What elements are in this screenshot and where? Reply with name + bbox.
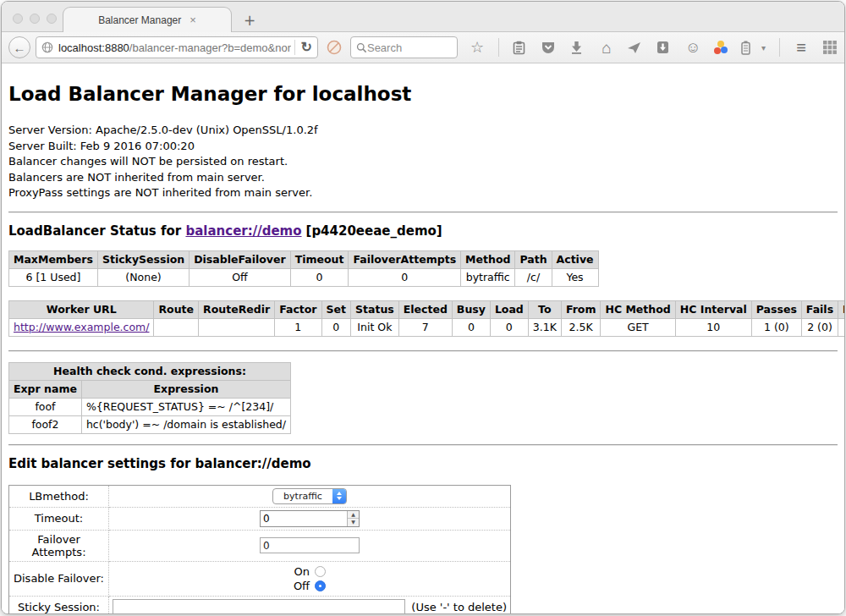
- search-bar[interactable]: [350, 36, 458, 58]
- reload-icon[interactable]: ↻: [301, 41, 312, 54]
- divider: [8, 212, 838, 213]
- smiley-icon[interactable]: ☺: [685, 40, 700, 55]
- table-row: 6 [1 Used](None)Off00bytraffic/c/Yes: [9, 268, 599, 286]
- column-header: StickySession: [97, 250, 189, 268]
- info-line: Server Built: Feb 9 2016 07:00:20: [8, 139, 838, 155]
- table-cell: [154, 318, 199, 336]
- table-cell: foof2: [9, 415, 82, 433]
- back-button[interactable]: ←: [8, 36, 30, 58]
- table-cell: 0: [349, 268, 461, 286]
- table-cell: 0: [321, 318, 350, 336]
- worker-url-link[interactable]: http://www.example.com/: [14, 321, 149, 333]
- timeout-input[interactable]: [261, 511, 347, 526]
- table-cell: 2 (0): [801, 318, 838, 336]
- table-cell: 3.1K: [528, 318, 561, 336]
- table-cell: 0: [452, 318, 490, 336]
- content-blocked-icon[interactable]: [327, 40, 342, 55]
- radio-on[interactable]: [315, 566, 326, 577]
- battery-icon[interactable]: [741, 41, 756, 55]
- table-cell: 6 [1 Used]: [9, 268, 98, 286]
- number-spinner[interactable]: ▲▼: [347, 511, 359, 526]
- health-check-table: Health check cond. expressions: Expr nam…: [8, 362, 291, 434]
- toolbar-icons: ☆ ⌂ ☺ ▾ ≡: [470, 38, 838, 57]
- column-header: Load: [490, 300, 528, 318]
- home-icon[interactable]: ⌂: [599, 40, 614, 56]
- lbmethod-label: LBmethod:: [9, 485, 109, 507]
- tab-balancer-manager[interactable]: Balancer Manager ×: [63, 7, 232, 32]
- column-header: Method: [461, 250, 515, 268]
- tab-bar: Balancer Manager × +: [2, 2, 844, 32]
- table-header-row: MaxMembersStickySessionDisableFailoverTi…: [9, 250, 599, 268]
- table-cell: [838, 318, 844, 336]
- colored-dots-icon[interactable]: [714, 41, 728, 54]
- info-line: Balancer changes will NOT be persisted o…: [8, 154, 838, 170]
- table-cell: 2.5K: [561, 318, 601, 336]
- zoom-window-button[interactable]: [47, 14, 57, 24]
- column-header: Active: [552, 250, 598, 268]
- table-cell: hc('body') =~ /domain is established/: [81, 415, 290, 433]
- table-cell: %{REQUEST_STATUS} =~ /^[234]/: [81, 398, 290, 415]
- column-header: Factor: [275, 300, 321, 318]
- column-header: Fails: [801, 300, 838, 318]
- toolbar-separator: [498, 38, 499, 57]
- sticky-session-input[interactable]: [113, 599, 405, 614]
- tab-close-icon[interactable]: ×: [190, 14, 196, 25]
- url-text: localhost:8880/balancer-manager?b=demo&n…: [58, 41, 291, 54]
- column-header: HC uri: [838, 300, 844, 318]
- table-cell: (None): [97, 268, 189, 286]
- column-header: MaxMembers: [9, 250, 98, 268]
- table-cell: http://www.example.com/: [9, 318, 154, 336]
- info-line: Server Version: Apache/2.5.0-dev (Unix) …: [8, 123, 838, 139]
- table-cell: /c/: [515, 268, 552, 286]
- window-controls[interactable]: [13, 14, 57, 24]
- balancer-demo-link[interactable]: balancer://demo: [185, 223, 301, 239]
- info-line: ProxyPass settings are NOT inherited fro…: [8, 185, 838, 201]
- status-heading-prefix: LoadBalancer Status for: [8, 223, 185, 239]
- clipboard-icon[interactable]: [513, 41, 528, 55]
- pocket-icon[interactable]: [541, 41, 557, 54]
- save-box-icon[interactable]: [656, 41, 672, 54]
- column-header: HC Method: [601, 300, 675, 318]
- radio-off[interactable]: [315, 580, 326, 591]
- column-header: Busy: [452, 300, 490, 318]
- table-cell: GET: [601, 318, 675, 336]
- send-plane-icon[interactable]: [628, 41, 643, 54]
- search-icon: [356, 42, 367, 53]
- column-header: From: [561, 300, 601, 318]
- close-window-button[interactable]: [13, 14, 23, 24]
- url-bar[interactable]: localhost:8880/balancer-manager?b=demo&n…: [36, 36, 318, 58]
- server-info: Server Version: Apache/2.5.0-dev (Unix) …: [8, 123, 838, 201]
- divider: [8, 350, 838, 352]
- new-tab-button[interactable]: +: [244, 14, 255, 28]
- tab-title: Balancer Manager: [98, 14, 181, 26]
- sticky-session-row: (Use '-' to delete): [113, 599, 507, 614]
- lbmethod-select[interactable]: bytraffic: [272, 488, 347, 504]
- search-input[interactable]: [367, 41, 452, 54]
- column-header: Elected: [398, 300, 452, 318]
- browser-window: Balancer Manager × + ← localhost:8880/ba…: [1, 1, 845, 614]
- toolbar-separator: [779, 38, 780, 57]
- table-row: foof2hc('body') =~ /domain is establishe…: [9, 415, 291, 433]
- table-row: foof%{REQUEST_STATUS} =~ /^[234]/: [9, 398, 291, 415]
- menu-hamburger-icon[interactable]: ≡: [794, 39, 809, 56]
- chevron-down-icon[interactable]: ▾: [761, 43, 766, 52]
- column-header: Timeout: [290, 250, 349, 268]
- loadbalancer-status-heading: LoadBalancer Status for balancer://demo[…: [8, 223, 838, 239]
- column-header: RouteRedir: [199, 300, 275, 318]
- edit-balancer-heading: Edit balancer settings for balancer://de…: [8, 456, 838, 471]
- info-line: Balancers are NOT inherited from main se…: [8, 170, 838, 186]
- failover-attempts-input[interactable]: [260, 537, 360, 553]
- lbmethod-selected-value: bytraffic: [273, 491, 332, 502]
- column-header: HC Interval: [675, 300, 751, 318]
- sticky-session-label: Sticky Session:: [9, 596, 109, 613]
- minimize-window-button[interactable]: [30, 14, 40, 24]
- tile-grid-icon[interactable]: [822, 40, 838, 55]
- table-cell: 7: [398, 318, 452, 336]
- select-stepper-icon: [332, 488, 346, 504]
- download-icon[interactable]: [570, 41, 585, 54]
- timeout-label: Timeout:: [9, 507, 109, 530]
- health-table-title: Health check cond. expressions:: [9, 362, 291, 380]
- bookmark-star-icon[interactable]: ☆: [470, 40, 485, 55]
- page-content: Load Balancer Manager for localhost Serv…: [2, 63, 844, 613]
- column-header: Status: [351, 300, 399, 318]
